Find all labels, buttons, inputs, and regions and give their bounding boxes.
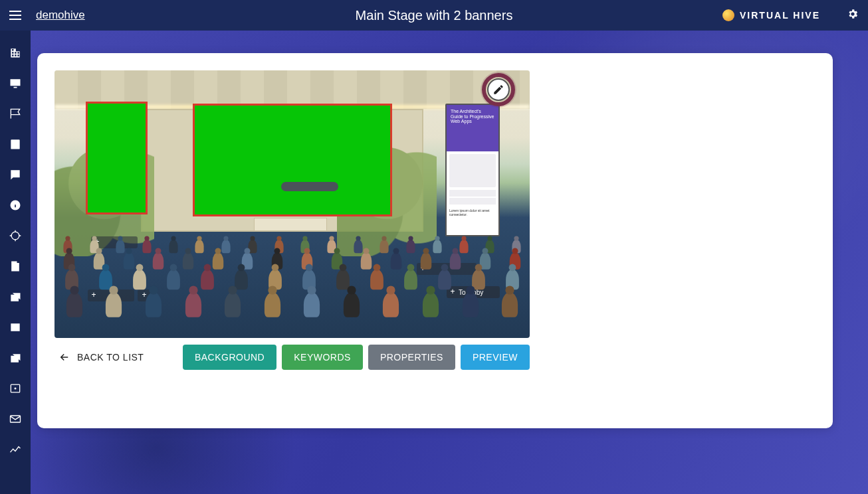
top-bar: demohive Main Stage with 2 banners VIRTU…: [0, 0, 868, 31]
info-panel-body: Lorem ipsum dolor sit amet consectetur.: [447, 206, 498, 219]
mail-icon[interactable]: [8, 412, 23, 426]
stage-preview[interactable]: The Architect's Guide to Progressive Web…: [54, 70, 530, 338]
audience: [54, 235, 530, 338]
caption-placeholder[interactable]: [281, 182, 338, 191]
gallery-icon[interactable]: [8, 289, 23, 304]
building-icon[interactable]: [8, 45, 23, 60]
editor-card: The Architect's Guide to Progressive Web…: [37, 53, 833, 428]
sidebar: [0, 31, 31, 494]
analytics-icon[interactable]: [8, 442, 23, 457]
info-panel[interactable]: The Architect's Guide to Progressive Web…: [445, 104, 500, 236]
target-icon[interactable]: [8, 228, 23, 243]
svg-point-3: [15, 388, 16, 389]
flag-icon[interactable]: [8, 106, 23, 121]
preview-button[interactable]: PREVIEW: [461, 345, 530, 370]
menu-toggle-icon[interactable]: [9, 11, 21, 20]
back-label: BACK TO LIST: [77, 352, 144, 363]
frame-icon[interactable]: [8, 381, 23, 396]
alert-icon[interactable]: [8, 167, 23, 182]
keywords-button[interactable]: KEYWORDS: [282, 345, 363, 370]
image-icon[interactable]: [8, 320, 23, 335]
back-to-list-link[interactable]: BACK TO LIST: [54, 351, 144, 363]
brand-text: VIRTUAL HIVE: [740, 10, 820, 21]
screen-icon[interactable]: [8, 76, 23, 90]
video-library-icon[interactable]: [8, 351, 23, 365]
arrow-left-icon: [58, 351, 70, 363]
stage-podium: [254, 218, 327, 231]
editor-toolbar: BACK TO LIST BACKGROUND KEYWORDS PROPERT…: [54, 345, 530, 370]
brand-logo-icon: [722, 9, 734, 21]
info-panel-thumb: [449, 154, 496, 187]
page-title: Main Stage with 2 banners: [356, 8, 513, 23]
properties-button[interactable]: PROPERTIES: [368, 345, 455, 370]
info-panel-title: The Architect's Guide to Progressive Web…: [447, 105, 498, 151]
info-icon[interactable]: [8, 198, 23, 212]
breadcrumb[interactable]: demohive: [36, 9, 85, 22]
banner-screen-main[interactable]: [193, 104, 392, 216]
svg-rect-4: [11, 416, 21, 422]
calendar-icon[interactable]: [8, 137, 23, 151]
settings-icon[interactable]: [847, 8, 859, 23]
door-icon[interactable]: [8, 259, 23, 274]
edit-button[interactable]: [487, 78, 510, 101]
svg-point-1: [11, 232, 19, 240]
banner-screen-left[interactable]: [86, 102, 148, 214]
brand: VIRTUAL HIVE: [722, 9, 820, 21]
background-button[interactable]: BACKGROUND: [183, 345, 276, 370]
